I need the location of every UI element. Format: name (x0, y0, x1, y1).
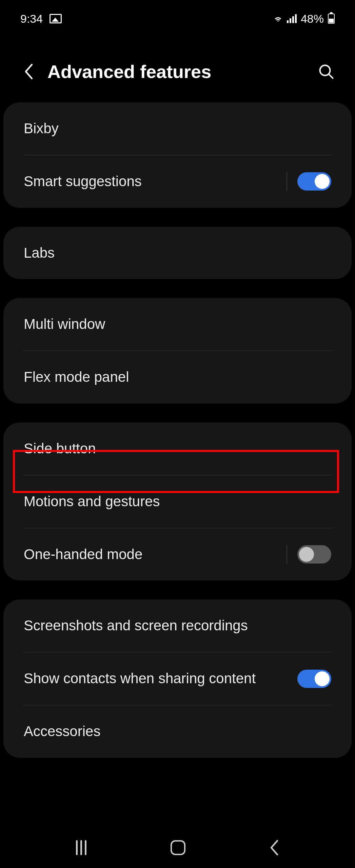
list-item-bixby[interactable]: Bixby (3, 102, 352, 155)
signal-icon (287, 14, 297, 23)
list-item-one-handed-mode[interactable]: One-handed mode (3, 528, 352, 581)
header: Advanced features (0, 34, 355, 102)
battery-icon (328, 14, 335, 24)
list-item-accessories[interactable]: Accessories (3, 705, 352, 758)
search-icon (318, 64, 334, 79)
settings-group: Multi windowFlex mode panel (3, 298, 352, 403)
item-label: Motions and gestures (24, 492, 331, 512)
navigation-bar (0, 827, 355, 868)
svg-line-1 (329, 74, 333, 78)
item-label: Labs (24, 243, 331, 263)
nav-recents-button[interactable] (76, 840, 86, 855)
toggle-container (297, 670, 331, 688)
item-label: Bixby (24, 119, 331, 139)
item-label: Accessories (24, 722, 331, 742)
battery-percent: 48% (301, 12, 324, 25)
toggle-container (287, 172, 331, 191)
toggle-container (287, 545, 331, 564)
list-item-motions-and-gestures[interactable]: Motions and gestures (3, 475, 352, 528)
list-item-labs[interactable]: Labs (3, 227, 352, 279)
back-button[interactable] (20, 63, 37, 80)
status-right: 48% (273, 12, 335, 25)
settings-content: BixbySmart suggestionsLabsMulti windowFl… (0, 102, 355, 758)
vertical-divider (287, 172, 287, 191)
chevron-left-icon (24, 64, 34, 79)
item-label: Side button (24, 439, 331, 459)
nav-back-button[interactable] (270, 840, 279, 855)
list-item-flex-mode-panel[interactable]: Flex mode panel (3, 351, 352, 403)
settings-group: Screenshots and screen recordingsShow co… (3, 599, 352, 757)
toggle-knob (315, 174, 330, 189)
toggle-knob (299, 547, 314, 562)
wifi-icon (273, 15, 283, 23)
item-label: Screenshots and screen recordings (24, 616, 331, 636)
list-item-smart-suggestions[interactable]: Smart suggestions (3, 155, 352, 208)
list-item-show-contacts-when-sharing-content[interactable]: Show contacts when sharing content (3, 652, 352, 705)
list-item-screenshots-and-screen-recordings[interactable]: Screenshots and screen recordings (3, 599, 352, 652)
nav-home-button[interactable] (171, 840, 185, 855)
item-label: One-handed mode (24, 545, 287, 565)
item-label: Smart suggestions (24, 172, 287, 192)
list-item-side-button[interactable]: Side button (3, 422, 352, 475)
status-bar: 9:34 48% (0, 0, 355, 34)
item-label: Flex mode panel (24, 367, 331, 387)
settings-group: Side buttonMotions and gesturesOne-hande… (3, 422, 352, 580)
item-label: Show contacts when sharing content (24, 669, 297, 689)
image-notification-icon (50, 14, 62, 23)
list-item-multi-window[interactable]: Multi window (3, 298, 352, 351)
search-button[interactable] (318, 63, 335, 80)
status-left: 9:34 (20, 12, 62, 25)
item-label: Multi window (24, 314, 331, 334)
status-time: 9:34 (20, 12, 43, 25)
vertical-divider (287, 545, 287, 564)
page-title: Advanced features (47, 61, 308, 82)
settings-group: BixbySmart suggestions (3, 102, 352, 208)
toggle-switch[interactable] (297, 545, 331, 564)
settings-group: Labs (3, 227, 352, 279)
toggle-knob (315, 671, 330, 686)
toggle-switch[interactable] (297, 172, 331, 191)
toggle-switch[interactable] (297, 670, 331, 688)
